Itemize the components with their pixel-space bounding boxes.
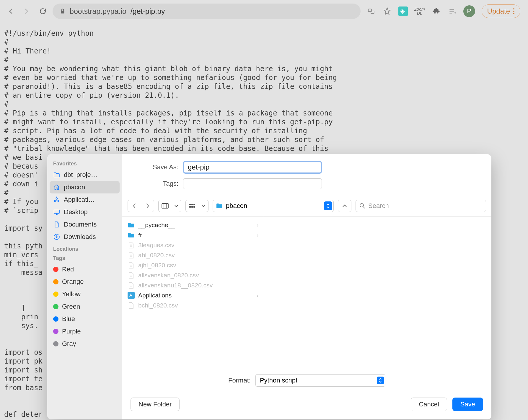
home-icon: [53, 184, 60, 191]
tag-item-orange[interactable]: Orange: [50, 276, 120, 288]
file-label: __pycache__: [138, 222, 175, 229]
folder-icon: [128, 222, 135, 229]
cancel-button[interactable]: Cancel: [411, 398, 447, 411]
file-label: allsvenskan_0820.csv: [138, 272, 199, 279]
back-button[interactable]: [8, 8, 15, 15]
dialog-toolrow: pbacon Search: [122, 197, 491, 216]
file-label: allsvenskanu18__0820.csv: [138, 282, 213, 289]
reload-button[interactable]: [39, 7, 47, 15]
tag-label: Red: [62, 266, 74, 273]
document-icon: [128, 252, 135, 259]
svg-rect-11: [193, 204, 195, 205]
svg-point-5: [513, 13, 514, 14]
chevron-right-icon: ›: [257, 222, 258, 228]
sidebar-item-label: Applicati…: [64, 196, 95, 204]
file-column[interactable]: __pycache__›#›3leagues.csvahl_0820.csvaj…: [122, 216, 264, 367]
sidebar-item-label: pbacon: [64, 183, 85, 191]
location-selector[interactable]: pbacon: [213, 200, 334, 212]
tag-item-blue[interactable]: Blue: [50, 313, 120, 325]
file-row[interactable]: ahl_0820.csv: [122, 250, 264, 260]
sidebar-item-downloads[interactable]: Downloads: [50, 231, 120, 243]
reading-list-icon[interactable]: [447, 6, 457, 16]
tag-dot-icon: [53, 341, 58, 346]
chevron-right-icon: ›: [257, 292, 258, 299]
tag-dot-icon: [53, 329, 58, 334]
document-icon: [128, 242, 135, 249]
document-icon: [128, 262, 135, 269]
save-as-input[interactable]: [183, 161, 322, 174]
applications-icon: [128, 292, 135, 299]
tag-dot-icon: [53, 279, 58, 284]
file-row[interactable]: Applications›: [122, 290, 264, 300]
locations-header: Locations: [53, 246, 116, 252]
svg-rect-14: [193, 206, 195, 208]
search-icon: [359, 203, 365, 209]
file-row[interactable]: 3leagues.csv: [122, 240, 264, 250]
sidebar-item-applicati-[interactable]: Applicati…: [50, 193, 120, 206]
file-row[interactable]: bchl_0820.csv: [122, 300, 264, 310]
url-path: /get-pip.py: [131, 7, 165, 16]
svg-point-3: [513, 8, 514, 9]
tag-label: Orange: [62, 278, 84, 286]
zoom-dl-icon[interactable]: Zoom DL: [414, 7, 425, 15]
save-dialog: Favorites dbt_proje…pbaconApplicati…Desk…: [47, 154, 491, 419]
sidebar-item-label: Desktop: [64, 208, 88, 216]
file-row[interactable]: #›: [122, 230, 264, 240]
sidebar-item-desktop[interactable]: Desktop: [50, 206, 120, 218]
extension-teal-icon[interactable]: [398, 6, 408, 16]
collapse-button[interactable]: [338, 200, 351, 212]
history-back-button[interactable]: [128, 200, 141, 212]
tag-item-purple[interactable]: Purple: [50, 325, 120, 338]
sidebar-item-label: dbt_proje…: [64, 171, 97, 179]
download-icon: [53, 233, 60, 240]
tag-label: Green: [62, 303, 80, 310]
svg-rect-9: [189, 204, 191, 205]
forward-button[interactable]: [22, 8, 30, 15]
tag-item-green[interactable]: Green: [50, 300, 120, 313]
update-button[interactable]: Update: [482, 4, 520, 18]
file-row[interactable]: allsvenskan_0820.csv: [122, 270, 264, 280]
sidebar-item-documents[interactable]: Documents: [50, 218, 120, 231]
file-label: ahl_0820.csv: [138, 252, 175, 259]
svg-rect-13: [191, 206, 193, 208]
view-grid-segment[interactable]: [185, 200, 208, 212]
view-columns-segment[interactable]: [158, 200, 181, 212]
file-label: Applications: [138, 292, 172, 299]
tag-item-yellow[interactable]: Yellow: [50, 288, 120, 300]
file-row[interactable]: allsvenskanu18__0820.csv: [122, 280, 264, 290]
sidebar-item-pbacon[interactable]: pbacon: [50, 181, 120, 193]
translate-icon[interactable]: [366, 6, 376, 16]
svg-rect-6: [54, 210, 59, 214]
file-row[interactable]: __pycache__›: [122, 220, 264, 230]
toolbar-right: Zoom DL P Update: [366, 4, 520, 18]
search-field[interactable]: Search: [356, 200, 486, 212]
profile-avatar[interactable]: P: [463, 5, 475, 17]
apps-icon: [53, 196, 60, 203]
folder-icon: [53, 171, 60, 178]
update-label: Update: [487, 7, 510, 15]
file-label: ajhl_0820.csv: [138, 262, 176, 269]
dialog-main: Save As: Tags:: [122, 154, 491, 419]
sidebar-item-dbt-proje-[interactable]: dbt_proje…: [50, 169, 120, 181]
save-button[interactable]: Save: [452, 398, 483, 411]
address-bar[interactable]: bootstrap.pypa.io/get-pip.py: [53, 4, 361, 19]
extensions-puzzle-icon[interactable]: [431, 6, 441, 16]
tags-header: Tags: [53, 255, 116, 261]
docs-icon: [53, 221, 60, 228]
location-chevron-icon: [324, 201, 332, 210]
history-forward-button[interactable]: [141, 200, 154, 212]
tags-input[interactable]: [183, 178, 322, 189]
svg-point-4: [513, 11, 514, 12]
tag-item-red[interactable]: Red: [50, 263, 120, 276]
tag-item-gray[interactable]: Gray: [50, 338, 120, 350]
bookmark-star-icon[interactable]: [382, 6, 392, 16]
tag-dot-icon: [53, 316, 58, 322]
new-folder-button[interactable]: New Folder: [131, 398, 180, 411]
nav-arrows: [8, 7, 47, 15]
tags-label: Tags:: [134, 180, 178, 188]
document-icon: [128, 302, 135, 309]
format-selector[interactable]: Python script: [255, 374, 385, 387]
sidebar-item-label: Downloads: [64, 233, 96, 241]
file-row[interactable]: ajhl_0820.csv: [122, 260, 264, 270]
save-as-label: Save As:: [134, 163, 178, 171]
